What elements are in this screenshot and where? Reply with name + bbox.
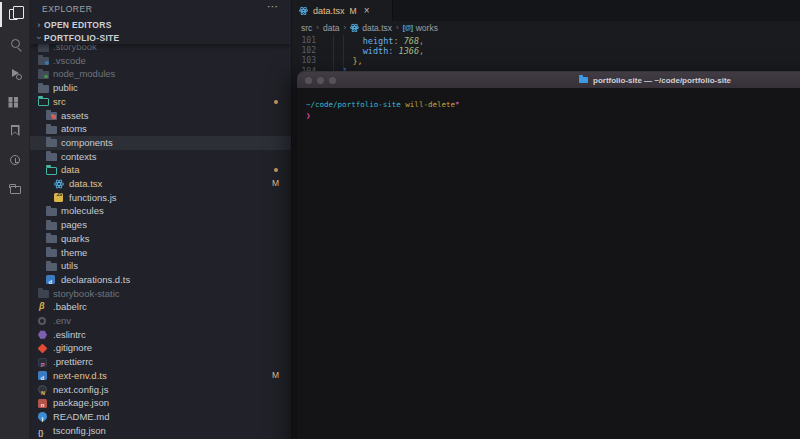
section-open-editors[interactable]: › OPEN EDITORS (30, 18, 291, 31)
tree-item-molecules[interactable]: molecules (30, 204, 291, 218)
tree-item-.babelrc[interactable]: .babelrc (30, 300, 291, 314)
explorer-icon (9, 9, 18, 20)
search-icon (11, 39, 20, 48)
tree-item-utils[interactable]: utils (30, 259, 291, 273)
tree-item-label: .prettierrc (53, 355, 93, 369)
folder-icon (38, 44, 49, 52)
tree-item-label: next-env.d.ts (53, 369, 107, 383)
activity-bar (0, 0, 30, 439)
dts-icon (38, 371, 47, 380)
git-modified-badge: M (272, 177, 279, 191)
activity-projects[interactable] (0, 174, 30, 203)
activity-search[interactable] (0, 29, 30, 58)
tree-item-.vscode[interactable]: .vscode (30, 54, 291, 68)
tree-item-contexts[interactable]: contexts (30, 150, 291, 164)
tree-item-theme[interactable]: theme (30, 246, 291, 260)
tree-item-label: utils (61, 259, 78, 273)
tree-item-functions.js[interactable]: functions.js (30, 191, 291, 205)
tree-item-package.json[interactable]: package.json (30, 396, 291, 410)
file-tree: .storybook.vscodenode_modulespublicsrcas… (30, 0, 291, 439)
dts-icon (46, 275, 55, 284)
tree-item-next.config.js[interactable]: next.config.js (30, 383, 291, 397)
tree-item-label: data.tsx (69, 177, 102, 191)
tree-item-public[interactable]: public (30, 81, 291, 95)
tree-item-.gitignore[interactable]: .gitignore (30, 341, 291, 355)
code-line: 103 }, (292, 56, 800, 66)
tree-item-storybook-static[interactable]: storybook-static (30, 287, 291, 301)
tab-close-icon[interactable]: × (364, 6, 370, 15)
tree-item-.eslintrc[interactable]: .eslintrc (30, 328, 291, 342)
chevron-down-icon: › (34, 33, 44, 43)
tree-item-atoms[interactable]: atoms (30, 122, 291, 136)
tab-bar: data.tsx M × (292, 0, 800, 21)
tree-item-data[interactable]: data (30, 163, 291, 177)
folder-icon (38, 290, 49, 298)
folder-vscode-icon (38, 57, 49, 65)
activity-explorer[interactable] (0, 0, 30, 29)
tree-item-label: contexts (61, 150, 96, 164)
tree-item-quarks[interactable]: quarks (30, 232, 291, 246)
tree-item-label: data (61, 163, 80, 177)
tree-item-label: .eslintrc (53, 328, 86, 342)
tree-item-label: declarations.d.ts (61, 273, 130, 287)
nextconf-icon (38, 385, 47, 394)
folder-assets-icon (46, 112, 57, 120)
terminal-title: portfolio-site — ~/code/portfolio-site (579, 76, 731, 85)
symbol-array-icon: [@] (403, 24, 413, 31)
tree-item-node_modules[interactable]: node_modules (30, 67, 291, 81)
tree-item-.env[interactable]: .env (30, 314, 291, 328)
activity-extensions[interactable] (0, 87, 30, 116)
folder-open-icon (46, 167, 57, 175)
breadcrumb-file[interactable]: data.tsx (362, 23, 392, 33)
activity-debug[interactable] (0, 58, 30, 87)
modified-dot-badge (274, 168, 278, 172)
tree-item-tsconfig.json[interactable]: tsconfig.json (30, 424, 291, 438)
window-minimize-button[interactable] (317, 77, 324, 84)
tree-item-label: functions.js (69, 191, 117, 205)
tree-item-assets[interactable]: assets (30, 109, 291, 123)
extensions-icon (14, 97, 19, 102)
tree-item-next-env.d.ts[interactable]: next-env.d.tsM (30, 369, 291, 383)
tree-item-src[interactable]: src (30, 95, 291, 109)
babel-icon (38, 303, 49, 312)
terminal-cursor-line: ❯ (306, 111, 800, 122)
terminal-titlebar[interactable]: portfolio-site — ~/code/portfolio-site (297, 72, 800, 89)
code-line: 101 height: 768, (292, 36, 800, 46)
breadcrumb-separator: › (316, 23, 319, 32)
explorer-header: EXPLORER ⋯ (30, 0, 291, 18)
tree-item-pages[interactable]: pages (30, 218, 291, 232)
tree-item-components[interactable]: components (30, 136, 291, 150)
react-file-icon (350, 26, 359, 30)
section-root-folder[interactable]: › PORTFOLIO-SITE (30, 31, 291, 44)
terminal-content[interactable]: ~/code/portfolio-site will-delete* ❯ (297, 89, 800, 121)
tree-item-label: .env (53, 314, 71, 328)
vscode-window: .storybook.vscodenode_modulespublicsrcas… (0, 0, 800, 439)
line-number: 101 (292, 36, 316, 46)
tree-item-data.tsx[interactable]: data.tsxM (30, 177, 291, 191)
folder-icon (46, 208, 57, 216)
git-icon (38, 343, 48, 353)
window-close-button[interactable] (305, 77, 312, 84)
breadcrumb-data[interactable]: data (323, 23, 340, 33)
explorer-sidebar: .storybook.vscodenode_modulespublicsrcas… (30, 0, 292, 439)
tree-item-label: atoms (61, 122, 87, 136)
breadcrumb-separator: › (396, 23, 399, 32)
activity-bookmarks[interactable] (0, 116, 30, 145)
readme-icon (38, 412, 47, 421)
tree-item-declarations.d.ts[interactable]: declarations.d.ts (30, 273, 291, 287)
tree-item-README.md[interactable]: README.md (30, 410, 291, 424)
tree-item-.prettierrc[interactable]: .prettierrc (30, 355, 291, 369)
activity-history[interactable] (0, 145, 30, 174)
env-icon (38, 317, 46, 325)
braces-icon (38, 427, 49, 436)
breadcrumb-symbol[interactable]: works (416, 23, 438, 33)
tab-data-tsx[interactable]: data.tsx M × (292, 0, 393, 21)
tree-item-label: molecules (61, 204, 104, 218)
tree-item-label: .gitignore (53, 341, 92, 355)
folder-icon (46, 235, 57, 243)
window-zoom-button[interactable] (329, 77, 336, 84)
more-actions-icon[interactable]: ⋯ (267, 0, 279, 13)
tree-item-label: quarks (61, 232, 90, 246)
folder-proxy-icon (579, 77, 588, 84)
breadcrumb-src[interactable]: src (301, 23, 312, 33)
